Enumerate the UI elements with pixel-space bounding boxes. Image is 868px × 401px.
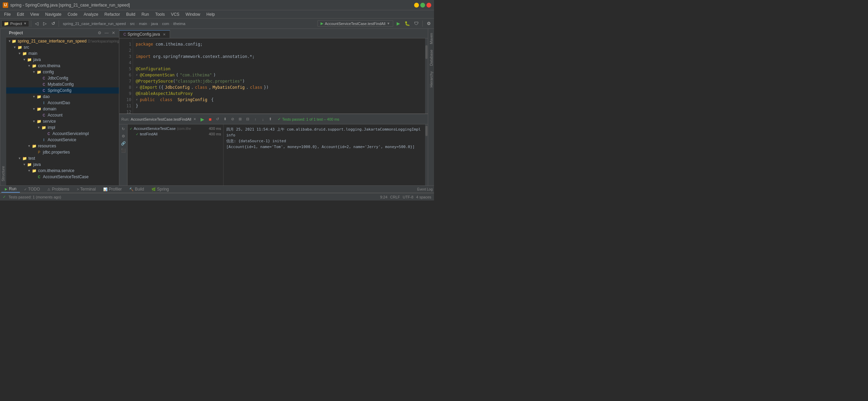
tree-item-props[interactable]: P jdbc.properties bbox=[6, 149, 119, 155]
tab-spring[interactable]: 🌿 Spring bbox=[148, 186, 172, 192]
tab-terminal[interactable]: > Terminal bbox=[73, 186, 99, 192]
console-line-2: 信息: {dataSource-1} inited bbox=[226, 138, 422, 144]
tree-item-service[interactable]: ▼ 📁 service bbox=[6, 118, 119, 124]
tree-item-src[interactable]: ▼ 📁 src bbox=[6, 44, 119, 50]
run-side-icon-3[interactable]: 🔗 bbox=[120, 140, 126, 146]
tree-item-serviceimpl[interactable]: C AccountServiceImpl bbox=[6, 131, 119, 137]
tree-item-account[interactable]: C Account bbox=[6, 112, 119, 118]
tree-item-main[interactable]: ▼ 📁 main bbox=[6, 50, 119, 57]
toolbar-btn-1[interactable]: ◁ bbox=[33, 20, 40, 27]
maximize-button[interactable] bbox=[420, 3, 425, 8]
tree-item-jdbcconfig[interactable]: C JdbcConfig bbox=[6, 75, 119, 81]
toolbar-settings[interactable]: ⚙ bbox=[425, 20, 433, 27]
tab-build[interactable]: 🔨 Build bbox=[126, 186, 147, 192]
toolbar-btn-3[interactable]: ↺ bbox=[49, 20, 57, 27]
close-button[interactable] bbox=[426, 3, 431, 8]
menu-file[interactable]: File bbox=[1, 11, 13, 17]
tree-item-java[interactable]: ▼ 📁 java bbox=[6, 57, 119, 63]
run-tab-label: Run bbox=[9, 186, 16, 191]
project-panel-settings[interactable]: ⚙ bbox=[97, 30, 103, 36]
tree-label-root: spring_21_case_interface_run_speed bbox=[18, 39, 87, 44]
debug-button[interactable]: 🐛 bbox=[403, 20, 411, 27]
toolbar-btn-2[interactable]: ▷ bbox=[41, 20, 49, 27]
run-side-icon-2[interactable]: ⚙ bbox=[120, 133, 126, 139]
run-play-btn[interactable]: ▶ bbox=[200, 116, 206, 122]
menu-code[interactable]: Code bbox=[65, 11, 80, 17]
run-side-icon-1[interactable]: ↻ bbox=[120, 126, 126, 132]
console-scroll-thumb[interactable] bbox=[425, 126, 427, 136]
menu-help[interactable]: Help bbox=[204, 11, 218, 17]
structure-tab[interactable]: Structure bbox=[0, 29, 6, 185]
menu-refactor[interactable]: Refactor bbox=[102, 11, 123, 17]
tree-item-resources[interactable]: ▼ 📁 resources bbox=[6, 143, 119, 149]
tab-problems[interactable]: ⚠ Problems bbox=[44, 186, 73, 192]
run-nav-up-btn[interactable]: ↑ bbox=[252, 116, 258, 122]
test-class-item[interactable]: ✓ AccountServiceTestCase (com.ithe 400 m… bbox=[128, 126, 223, 131]
menu-tools[interactable]: Tools bbox=[153, 11, 168, 17]
tree-item-springconfig[interactable]: C SpringConfig bbox=[6, 87, 119, 94]
run-stop-btn[interactable]: ■ bbox=[207, 116, 213, 122]
tab-todo[interactable]: ✓ TODO bbox=[21, 186, 43, 192]
profiler-icon: 📊 bbox=[103, 187, 107, 191]
tree-label-main: main bbox=[28, 51, 37, 56]
tree-item-testjava[interactable]: ▼ 📁 java bbox=[6, 161, 119, 168]
tree-item-com[interactable]: ▼ 📁 com.itheima bbox=[6, 63, 119, 69]
run-expand-btn[interactable]: ⊞ bbox=[237, 116, 243, 122]
run-side-icon-4[interactable]: ⬛ bbox=[120, 147, 126, 154]
minimize-button[interactable] bbox=[414, 3, 419, 8]
run-config-selector[interactable]: ▶ AccountServiceTestCase.testFindAll ▼ bbox=[317, 20, 393, 27]
console-scrollbar[interactable] bbox=[425, 124, 428, 185]
run-collapse-btn[interactable]: ⊟ bbox=[245, 116, 251, 122]
tree-item-test-com[interactable]: ▼ 📁 com.itheima.service bbox=[6, 168, 119, 174]
test-passed-status: ✓ bbox=[3, 195, 6, 199]
tree-item-test[interactable]: ▼ 📁 test bbox=[6, 155, 119, 161]
tab-profiler[interactable]: 📊 Profiler bbox=[100, 186, 125, 192]
tree-item-dao[interactable]: ▼ 📁 dao bbox=[6, 94, 119, 100]
tree-item-testcase[interactable]: C AccountServiceTestCase bbox=[6, 174, 119, 180]
run-sort-btn[interactable]: ⬍ bbox=[222, 116, 228, 122]
project-selector[interactable]: 📁 Project ▼ bbox=[1, 20, 29, 27]
run-export-btn[interactable]: ⬆ bbox=[267, 116, 274, 122]
editor-tab-springconfig[interactable]: C SpringConfig.java ✕ bbox=[119, 30, 170, 38]
tab-close-icon[interactable]: ✕ bbox=[163, 33, 166, 36]
menu-build[interactable]: Build bbox=[123, 11, 138, 17]
run-filter-btn[interactable]: ⊘ bbox=[230, 116, 236, 122]
tree-item-accountdao[interactable]: I AccountDao bbox=[6, 100, 119, 106]
run-with-coverage-button[interactable]: 🛡 bbox=[412, 20, 420, 27]
run-button[interactable]: ▶ bbox=[395, 20, 402, 27]
file-tree: ▼ 📁 spring_21_case_interface_run_speed D… bbox=[6, 37, 119, 185]
menu-navigate[interactable]: Navigate bbox=[43, 11, 64, 17]
menu-view[interactable]: View bbox=[27, 11, 42, 17]
folder-icon-testjava: 📁 bbox=[27, 162, 32, 167]
run-nav-down-btn[interactable]: ↓ bbox=[260, 116, 266, 122]
tree-arrow-config: ▼ bbox=[32, 70, 36, 74]
tree-item-service-iface[interactable]: I AccountService bbox=[6, 137, 119, 143]
menu-vcs[interactable]: VCS bbox=[168, 11, 182, 17]
database-tab[interactable]: Database bbox=[429, 47, 434, 69]
menu-window[interactable]: Window bbox=[183, 11, 203, 17]
project-panel-hide[interactable]: ✕ bbox=[111, 30, 116, 36]
run-side-icons: ↻ ⚙ 🔗 ⬛ bbox=[119, 124, 128, 185]
tree-item-domain[interactable]: ▼ 📁 domain bbox=[6, 106, 119, 112]
tree-item-mybatisconfig[interactable]: C MybatisConfig bbox=[6, 81, 119, 87]
tree-label-resources: resources bbox=[38, 144, 56, 148]
event-log-link[interactable]: Event Log bbox=[417, 187, 433, 191]
tree-item-root[interactable]: ▼ 📁 spring_21_case_interface_run_speed D… bbox=[6, 38, 119, 44]
maven-tab[interactable]: Maven bbox=[429, 30, 434, 47]
run-rerun-btn[interactable]: ↺ bbox=[215, 116, 221, 122]
props-icon: P bbox=[36, 149, 42, 155]
tree-item-impl[interactable]: ▼ 📁 impl bbox=[6, 124, 119, 131]
console-output[interactable]: 四月 25, 2021 11:54:43 上午 com.alibaba.drui… bbox=[224, 124, 425, 185]
run-config-close[interactable]: ✕ bbox=[193, 117, 196, 121]
menu-run[interactable]: Run bbox=[139, 11, 152, 17]
tab-run[interactable]: ▶ Run bbox=[1, 186, 20, 193]
test-method-item[interactable]: ✓ testFindAll 400 ms bbox=[128, 131, 223, 137]
project-panel-title: Project bbox=[9, 31, 23, 35]
hierarchy-tab[interactable]: Hierarchy bbox=[429, 69, 434, 90]
menu-analyze[interactable]: Analyze bbox=[81, 11, 101, 17]
project-panel-collapse[interactable]: — bbox=[104, 30, 110, 36]
menu-edit[interactable]: Edit bbox=[14, 11, 27, 17]
folder-icon-java: 📁 bbox=[27, 57, 32, 62]
breadcrumb-project: spring_21_case_interface_run_speed bbox=[63, 22, 126, 26]
tree-item-config[interactable]: ▼ 📁 config bbox=[6, 69, 119, 75]
